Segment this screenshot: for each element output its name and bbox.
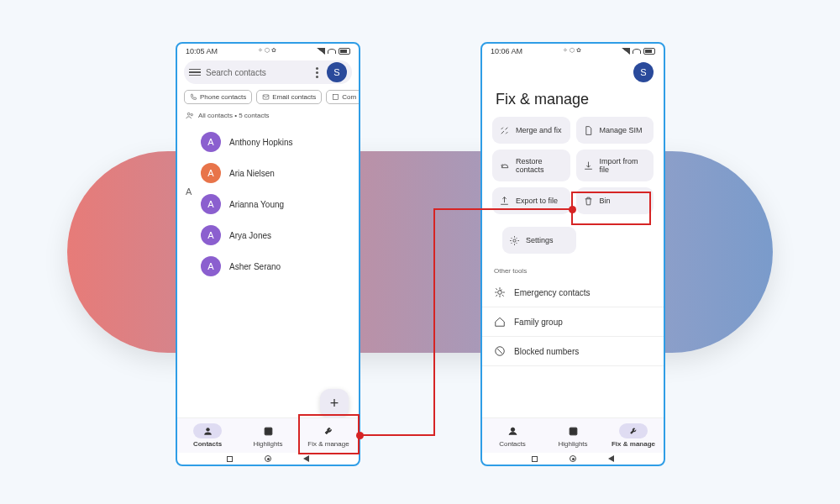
- tile-settings[interactable]: Settings: [502, 227, 576, 254]
- nav-fix-manage[interactable]: Fix & manage: [603, 418, 664, 453]
- signal-icon: [622, 48, 630, 55]
- connector-line: [360, 434, 435, 436]
- tile-restore-contacts[interactable]: Restore contacts: [492, 150, 570, 181]
- contact-name: Arianna Young: [229, 200, 284, 209]
- filter-chips: Phone contacts Email contacts Com: [177, 87, 359, 106]
- fab-add-contact[interactable]: +: [320, 389, 349, 417]
- back-icon[interactable]: [303, 455, 309, 462]
- svg-point-7: [498, 291, 502, 295]
- nav-highlights[interactable]: Highlights: [238, 418, 298, 453]
- svg-point-9: [511, 428, 514, 431]
- contact-name: Asher Serano: [229, 262, 281, 271]
- svg-rect-0: [263, 95, 269, 99]
- recents-icon[interactable]: [227, 456, 233, 462]
- chip-company[interactable]: Com: [326, 90, 360, 104]
- section-letter: A: [186, 186, 192, 197]
- svg-point-6: [513, 239, 516, 241]
- contact-row[interactable]: AAnthony Hopkins: [201, 127, 352, 158]
- contact-avatar: A: [201, 256, 221, 276]
- home-icon[interactable]: [265, 455, 271, 462]
- chip-email-contacts[interactable]: Email contacts: [256, 90, 322, 104]
- status-time: 10:05 AM: [186, 47, 218, 55]
- tile-export-file[interactable]: Export to file: [492, 187, 570, 214]
- nav-highlights[interactable]: Highlights: [543, 418, 603, 453]
- svg-point-3: [191, 113, 192, 115]
- android-nav-bar: [177, 453, 359, 465]
- status-time: 10:06 AM: [491, 47, 522, 55]
- home-icon[interactable]: [570, 455, 576, 462]
- contact-name: Anthony Hopkins: [229, 138, 293, 147]
- contact-list: AAnthony HopkinsAAria NielsenAArianna Yo…: [177, 125, 359, 282]
- callout-dot: [569, 206, 576, 213]
- tile-import-file[interactable]: Import from file: [576, 150, 654, 181]
- battery-icon: [339, 48, 350, 55]
- background-gradient-pill: [67, 151, 773, 353]
- bottom-nav: Contacts Highlights Fix & manage: [482, 417, 664, 453]
- contact-avatar: A: [201, 132, 221, 152]
- other-tools-heading: Other tools: [482, 257, 664, 278]
- profile-avatar[interactable]: S: [327, 62, 347, 82]
- contact-avatar: A: [201, 163, 221, 183]
- recents-icon[interactable]: [532, 456, 538, 462]
- status-bar: 10:05 AM ✧ ⬡ ✿: [177, 44, 359, 57]
- signal-icon: [317, 48, 325, 55]
- svg-point-2: [187, 113, 190, 115]
- contact-row[interactable]: AAsher Serano: [201, 251, 352, 282]
- contact-row[interactable]: AArya Jones: [201, 220, 352, 251]
- row-emergency-contacts[interactable]: Emergency contacts: [482, 278, 664, 307]
- profile-avatar[interactable]: S: [633, 62, 654, 82]
- page-title: Fix & manage: [482, 82, 664, 113]
- highlight-fix-manage: [298, 414, 360, 454]
- contact-row[interactable]: AArianna Young: [201, 189, 352, 220]
- contact-row[interactable]: AAria Nielsen: [201, 158, 352, 189]
- highlight-bin: [571, 192, 651, 225]
- contacts-summary: All contacts • 5 contacts: [177, 106, 359, 125]
- android-nav-bar: [482, 453, 664, 465]
- phone-screen-contacts: 10:05 AM ✧ ⬡ ✿ Search contacts S Phone c…: [176, 42, 360, 466]
- row-family-group[interactable]: Family group: [482, 307, 664, 337]
- contact-avatar: A: [201, 225, 221, 245]
- wifi-icon: [633, 49, 641, 54]
- search-bar[interactable]: Search contacts S: [184, 60, 352, 84]
- search-placeholder: Search contacts: [206, 68, 307, 77]
- chip-phone-contacts[interactable]: Phone contacts: [184, 90, 252, 104]
- status-left-icons: ✧ ⬡ ✿: [563, 47, 581, 55]
- svg-rect-1: [333, 95, 339, 100]
- tile-manage-sim[interactable]: Manage SIM: [576, 117, 654, 144]
- connector-line: [433, 209, 435, 436]
- svg-point-4: [206, 428, 209, 431]
- row-blocked-numbers[interactable]: Blocked numbers: [482, 337, 664, 366]
- contact-name: Aria Nielsen: [229, 169, 275, 178]
- nav-contacts[interactable]: Contacts: [482, 418, 543, 453]
- contact-avatar: A: [201, 194, 221, 214]
- tile-merge-fix[interactable]: Merge and fix: [492, 117, 570, 144]
- contact-name: Arya Jones: [229, 231, 271, 240]
- hamburger-icon[interactable]: [189, 69, 201, 76]
- back-icon[interactable]: [608, 455, 614, 462]
- nav-contacts[interactable]: Contacts: [177, 418, 238, 453]
- connector-line: [433, 208, 571, 210]
- phone-screen-fix-manage: 10:06 AM ✧ ⬡ ✿ S Fix & manage Merge and …: [480, 42, 665, 466]
- battery-icon: [643, 48, 655, 55]
- overflow-icon[interactable]: [316, 67, 318, 78]
- callout-dot: [356, 432, 364, 439]
- wifi-icon: [328, 49, 336, 54]
- status-bar: 10:06 AM ✧ ⬡ ✿: [482, 44, 664, 57]
- status-left-icons: ✧ ⬡ ✿: [258, 47, 276, 55]
